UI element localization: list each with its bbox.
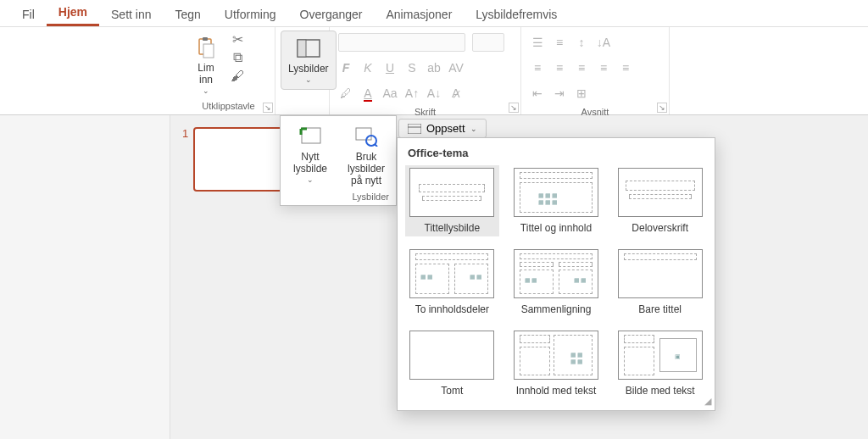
layout-option-two-content[interactable]: ▦▦ ▦▦ To innholdsdeler (408, 249, 497, 315)
paragraph-launcher[interactable]: ↘ (657, 103, 667, 113)
cut-button[interactable]: ✂ (229, 31, 246, 47)
layout-preview (409, 168, 494, 217)
underline-button[interactable]: U (382, 61, 398, 75)
columns-button[interactable]: ⊞ (574, 86, 589, 100)
lys-popup-label: Lysbilder (282, 190, 394, 203)
new-slide-button[interactable]: Nytt lysbilde ⌄ (282, 119, 338, 190)
clipboard-group-label: Utklippstavle (187, 99, 270, 113)
decrease-indent-button[interactable]: ⇤ (530, 86, 545, 100)
svg-rect-6 (356, 128, 371, 140)
layout-option-blank[interactable]: Tomt (408, 331, 497, 397)
layout-preview (618, 168, 703, 217)
slide-number: 1 (182, 127, 188, 140)
group-font: F K U S ab AV 🖊 A Aa A↑ A↓ A̷ Skrift ↘ (330, 27, 521, 114)
tab-hjem[interactable]: Hjem (47, 0, 99, 26)
reuse-slides-icon (353, 123, 380, 150)
layout-preview: ▦▦ ▦▦ (514, 249, 598, 298)
bullets-button[interactable]: ☰ (530, 36, 545, 49)
format-painter-button[interactable]: 🖌 (229, 68, 246, 85)
copy-icon: ⧉ (233, 50, 242, 65)
paste-icon (192, 34, 220, 61)
change-case-button[interactable]: Aa (382, 86, 398, 100)
chevron-down-icon: ⌄ (307, 175, 314, 184)
layout-button-label: Oppsett (426, 122, 465, 135)
align-text-button[interactable]: ≡ (618, 61, 633, 75)
align-center-button[interactable]: ≡ (552, 61, 567, 75)
increase-indent-button[interactable]: ⇥ (552, 86, 567, 100)
tab-overganger[interactable]: Overganger (288, 3, 375, 26)
highlight-button[interactable]: 🖊 (338, 86, 353, 100)
align-left-button[interactable]: ≡ (530, 61, 545, 75)
tab-sett-inn[interactable]: Sett inn (99, 3, 163, 26)
layout-option-title-content[interactable]: ▦▦▦▦▦▦ Tittel og innhold (512, 168, 601, 234)
layout-option-section-header[interactable]: Deloverskrift (615, 168, 704, 234)
slides-button-label: Lysbilder (288, 64, 329, 75)
clipboard-launcher[interactable]: ↘ (263, 103, 273, 113)
slides-dropdown-popup: Nytt lysbilde ⌄ Bruk lysbilder på nytt L… (280, 115, 397, 206)
group-paragraph: ☰ ≡ ↕ ↓A ≡ ≡ ≡ ≡ ≡ ⇤ ⇥ ⊞ Avsnitt ↘ (521, 27, 670, 114)
font-family-select[interactable] (338, 33, 465, 52)
layout-label: Sammenligning (521, 303, 592, 315)
tab-lysbildefremvisning[interactable]: Lysbildefremvis (464, 3, 569, 26)
group-clipboard: Lim inn ⌄ ✂ ⧉ 🖌 Utklippstavle ↘ (182, 27, 275, 114)
clear-formatting-button[interactable]: A̷ (448, 86, 464, 100)
layout-dropdown-button[interactable]: Oppsett ⌄ (398, 119, 487, 138)
numbering-button[interactable]: ≡ (552, 36, 567, 49)
line-spacing-button[interactable]: ↕ (574, 36, 589, 49)
reuse-slides-button[interactable]: Bruk lysbilder på nytt (338, 119, 394, 190)
decrease-font-button[interactable]: A↓ (426, 86, 442, 100)
font-size-select[interactable] (472, 33, 504, 52)
paste-button[interactable]: Lim inn ⌄ (187, 31, 225, 98)
tab-utforming[interactable]: Utforming (213, 3, 288, 26)
increase-font-button[interactable]: A↑ (404, 86, 420, 100)
layout-option-picture-with-caption[interactable]: ▣ Bilde med tekst (615, 331, 704, 397)
svg-line-8 (375, 144, 377, 147)
slide-thumbnail-1[interactable] (193, 127, 283, 192)
new-slide-label: Nytt lysbilde (293, 152, 327, 175)
reuse-slides-label: Bruk lysbilder på nytt (343, 152, 389, 186)
tab-fil[interactable]: Fil (10, 3, 47, 26)
layout-preview: ▦▦▦▦▦▦ (514, 168, 598, 217)
brush-icon: 🖌 (231, 69, 244, 84)
chevron-down-icon: ⌄ (470, 125, 477, 133)
character-spacing-button[interactable]: AV (448, 61, 464, 75)
layout-option-title-only[interactable]: Bare tittel (615, 249, 704, 315)
layout-preview: ▣ (618, 331, 703, 380)
layout-option-content-with-caption[interactable]: ▦▦▦▦ Innhold med tekst (512, 331, 601, 397)
slides-icon (295, 35, 322, 62)
paste-label: Lim inn (198, 63, 214, 86)
resize-grip-icon[interactable]: ◢ (704, 396, 711, 407)
layout-gallery-panel: Office-tema Tittellysbilde ▦▦▦▦▦▦ Tittel… (397, 137, 715, 411)
strikethrough-button[interactable]: S (404, 61, 420, 75)
font-launcher[interactable]: ↘ (509, 103, 519, 113)
svg-rect-4 (298, 40, 306, 57)
copy-button[interactable]: ⧉ (229, 49, 246, 66)
tab-animasjoner[interactable]: Animasjoner (374, 3, 464, 26)
svg-rect-1 (203, 37, 208, 41)
layout-option-comparison[interactable]: ▦▦ ▦▦ Sammenligning (512, 249, 601, 315)
layout-label: Tomt (441, 385, 463, 397)
layout-preview (409, 331, 494, 380)
layout-preview: ▦▦▦▦ (514, 331, 598, 380)
tab-tegn[interactable]: Tegn (164, 3, 213, 26)
text-direction-button[interactable]: ↓A (596, 36, 611, 49)
layout-label: Bilde med tekst (626, 385, 695, 397)
layout-label: Bare tittel (638, 303, 682, 315)
bold-button[interactable]: F (338, 61, 353, 75)
main-tabs: Fil Hjem Sett inn Tegn Utforming Overgan… (0, 0, 868, 27)
font-color-button[interactable]: A (360, 86, 376, 100)
svg-rect-5 (302, 128, 320, 143)
layout-preview (618, 249, 703, 298)
italic-button[interactable]: K (360, 61, 376, 75)
layout-label: Tittellysbilde (425, 222, 481, 234)
text-shadow-button[interactable]: ab (426, 61, 442, 75)
chevron-down-icon: ⌄ (203, 86, 209, 95)
slide-thumbnails-panel: 1 (182, 127, 283, 192)
align-right-button[interactable]: ≡ (574, 61, 589, 75)
justify-button[interactable]: ≡ (596, 61, 611, 75)
slides-dropdown-button[interactable]: Lysbilder ⌄ (281, 31, 337, 90)
ribbon: Lim inn ⌄ ✂ ⧉ 🖌 Utklippstavle ↘ Lysbilde… (0, 27, 868, 115)
scissors-icon: ✂ (232, 31, 243, 47)
chevron-down-icon: ⌄ (305, 75, 312, 84)
layout-option-title-slide[interactable]: Tittellysbilde (405, 165, 499, 236)
